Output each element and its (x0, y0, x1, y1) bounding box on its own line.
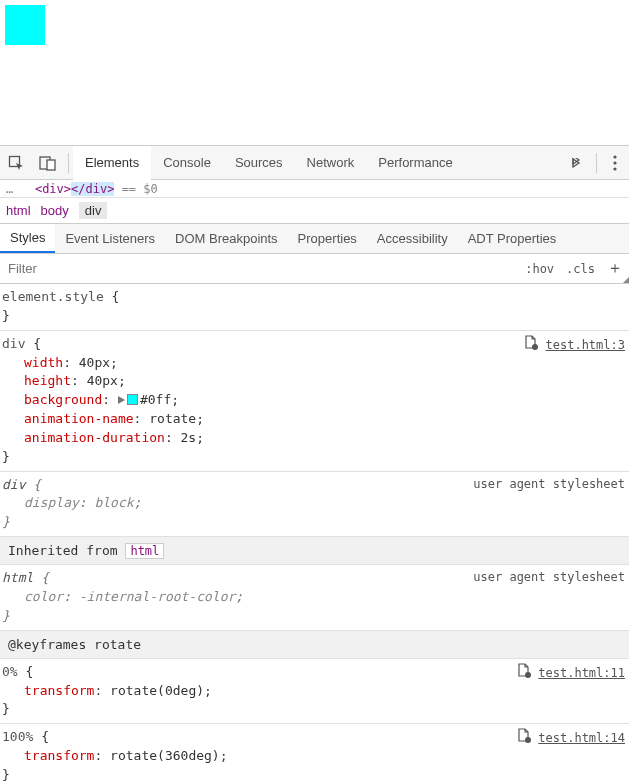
breadcrumb-div[interactable]: div (79, 202, 108, 219)
styles-rules: element.style {} test.html:3 div { width… (0, 284, 629, 782)
svg-point-4 (613, 161, 616, 164)
svg-point-3 (613, 155, 616, 158)
kebab-menu-icon[interactable] (601, 155, 629, 171)
play-icon[interactable] (118, 396, 125, 404)
tab-network[interactable]: Network (295, 146, 367, 180)
breadcrumb-body[interactable]: body (41, 203, 69, 218)
rule-html-ua[interactable]: user agent stylesheet html { color: -int… (0, 565, 629, 631)
dom-source-line[interactable]: … <div></div> == $0 (0, 180, 629, 198)
tab-performance[interactable]: Performance (366, 146, 464, 180)
separator (596, 153, 597, 173)
subtab-dom-breakpoints[interactable]: DOM Breakpoints (165, 224, 288, 253)
cls-toggle[interactable]: .cls (560, 262, 601, 276)
resize-corner-icon[interactable] (623, 277, 629, 283)
file-icon (524, 335, 536, 349)
file-icon (517, 663, 529, 677)
keyframes-header: @keyframes rotate (0, 631, 629, 659)
subtab-styles[interactable]: Styles (0, 224, 55, 253)
separator (68, 153, 69, 173)
rule-element-style[interactable]: element.style {} (0, 284, 629, 331)
devtools-toolbar: Elements Console Sources Network Perform… (0, 146, 629, 180)
source-link[interactable]: test.html:11 (517, 663, 625, 682)
inspect-icon[interactable] (2, 149, 30, 177)
hov-toggle[interactable]: :hov (519, 262, 560, 276)
subtab-adt-properties[interactable]: ADT Properties (458, 224, 567, 253)
more-tabs-icon[interactable] (560, 158, 592, 168)
styles-filter-input[interactable] (0, 255, 519, 283)
subtab-properties[interactable]: Properties (288, 224, 367, 253)
new-style-rule-button[interactable]: ＋ (601, 258, 629, 279)
subtab-accessibility[interactable]: Accessibility (367, 224, 458, 253)
rule-div[interactable]: test.html:3 div { width: 40px; height: 4… (0, 331, 629, 472)
source-link[interactable]: test.html:3 (524, 335, 625, 354)
page-preview (0, 0, 629, 146)
rule-div-ua[interactable]: user agent stylesheet div { display: blo… (0, 472, 629, 538)
svg-point-5 (613, 167, 616, 170)
source-link[interactable]: test.html:14 (517, 728, 625, 747)
ua-label: user agent stylesheet (473, 476, 625, 493)
ua-label: user agent stylesheet (473, 569, 625, 586)
inherited-from-header: Inherited from html (0, 537, 629, 565)
svg-rect-2 (47, 160, 55, 170)
styles-subtabs: Styles Event Listeners DOM Breakpoints P… (0, 224, 629, 254)
device-toggle-icon[interactable] (34, 149, 62, 177)
rule-kf-0[interactable]: test.html:11 0% { transform: rotate(0deg… (0, 659, 629, 725)
rule-kf-100[interactable]: test.html:14 100% { transform: rotate(36… (0, 724, 629, 782)
file-icon (517, 728, 529, 742)
inherited-chip[interactable]: html (125, 543, 164, 559)
animated-box (5, 5, 45, 45)
tab-sources[interactable]: Sources (223, 146, 295, 180)
styles-filter-bar: :hov .cls ＋ (0, 254, 629, 284)
color-swatch[interactable] (127, 394, 138, 405)
breadcrumb: html body div (0, 198, 629, 224)
breadcrumb-html[interactable]: html (6, 203, 31, 218)
tab-console[interactable]: Console (151, 146, 223, 180)
tab-elements[interactable]: Elements (73, 146, 151, 180)
panel-tabs: Elements Console Sources Network Perform… (73, 146, 560, 180)
subtab-event-listeners[interactable]: Event Listeners (55, 224, 165, 253)
